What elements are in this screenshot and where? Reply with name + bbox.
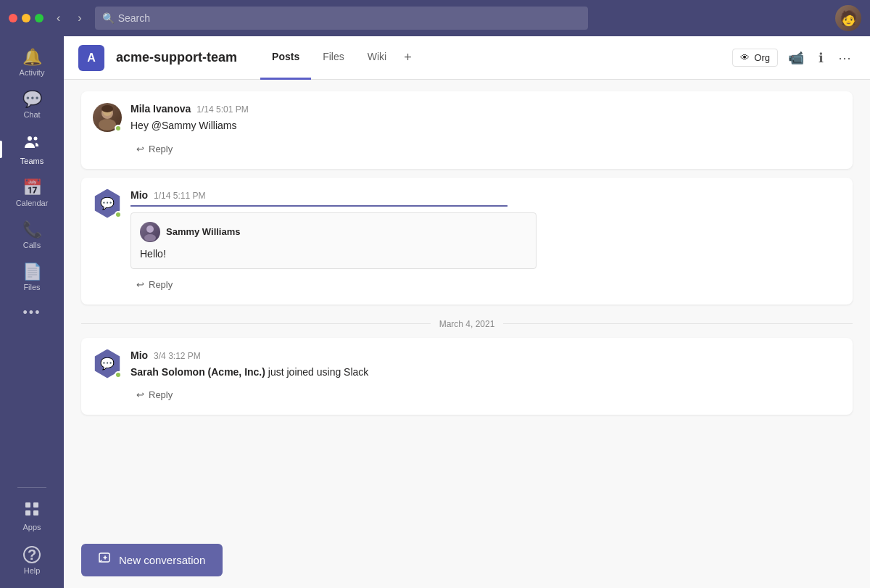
svg-point-9 (102, 105, 113, 112)
title-bar: ‹ › 🔍 🧑 (0, 0, 870, 36)
channel-tabs: Posts Files Wiki + (260, 36, 418, 80)
apps-icon (24, 501, 40, 520)
thread-content-1: Mila Ivanova 1/14 5:01 PM Hey @Sammy Wil… (130, 103, 841, 157)
forward-button[interactable]: › (73, 9, 86, 28)
sidebar-label-calendar: Calendar (16, 199, 49, 207)
message-text-1: Hey @Sammy Williams (130, 119, 841, 133)
sidebar-label-teams: Teams (20, 157, 44, 165)
sidebar-item-calls[interactable]: 📞 Calls (6, 215, 58, 257)
join-text: just joined using Slack (265, 366, 368, 378)
search-input[interactable] (95, 7, 588, 30)
svg-rect-4 (25, 510, 30, 515)
svg-rect-2 (25, 502, 30, 508)
avatar-mila (93, 103, 122, 132)
reply-icon-1: ↩ (136, 144, 144, 154)
thread-content-3: Mio 3/4 3:12 PM Sarah Solomon (Acme, Inc… (130, 349, 841, 404)
message-text-3: Sarah Solomon (Acme, Inc.) just joined u… (130, 365, 841, 380)
status-dot-mila (115, 125, 122, 132)
svg-point-11 (144, 234, 156, 241)
info-button[interactable]: ℹ (814, 46, 828, 70)
compose-area: New conversation (64, 535, 870, 588)
message-thread-2: 💬 Mio 1/14 5:11 PM (81, 178, 853, 305)
mio-chat-icon-1: 💬 (100, 196, 115, 210)
video-icon: 📹 (788, 51, 804, 65)
sidebar-item-apps[interactable]: Apps (6, 494, 58, 539)
svg-point-0 (28, 136, 32, 141)
main-layout: 🔔 Activity 💬 Chat Teams 📅 Calendar 📞 (0, 36, 870, 588)
sidebar-item-teams[interactable]: Teams (6, 126, 58, 173)
reply-button-2[interactable]: ↩ Reply (130, 276, 178, 293)
message-author-2: Mio (130, 189, 148, 201)
channel-name: acme-support-team (116, 50, 237, 65)
user-avatar-top[interactable]: 🧑 (835, 5, 861, 31)
calendar-icon: 📅 (22, 180, 42, 196)
help-icon: ? (23, 546, 41, 563)
message-meta-3: Mio 3/4 3:12 PM (130, 349, 841, 361)
more-actions-button[interactable]: ⋯ (834, 46, 856, 70)
quoted-card: Sammy Williams Hello! (130, 212, 536, 269)
sidebar-item-help[interactable]: ? Help (6, 539, 58, 582)
sidebar: 🔔 Activity 💬 Chat Teams 📅 Calendar 📞 (0, 36, 64, 588)
info-icon: ℹ (819, 51, 824, 65)
new-conversation-button[interactable]: New conversation (81, 544, 223, 576)
sidebar-label-files: Files (23, 283, 40, 291)
reply-button-1[interactable]: ↩ Reply (130, 141, 178, 157)
more-icon: ••• (23, 306, 41, 319)
files-icon: 📄 (22, 264, 42, 280)
sidebar-divider (17, 487, 46, 488)
reply-icon-2: ↩ (136, 279, 144, 290)
svg-point-1 (34, 137, 38, 141)
avatar-mio-1: 💬 (93, 189, 122, 218)
more-actions-icon: ⋯ (838, 51, 851, 65)
message-thread-3: 💬 Mio 3/4 3:12 PM Sarah Solomon (Acme, I… (81, 338, 853, 415)
svg-point-10 (146, 225, 154, 233)
reply-button-3[interactable]: ↩ Reply (130, 386, 178, 403)
sidebar-item-activity[interactable]: 🔔 Activity (6, 42, 58, 84)
org-icon: 👁 (740, 52, 750, 63)
channel-icon: A (78, 45, 104, 71)
sidebar-label-help: Help (24, 566, 41, 575)
date-divider: March 4, 2021 (81, 319, 853, 329)
bold-name: Sarah Solomon (Acme, Inc.) (130, 366, 265, 378)
calls-icon: 📞 (22, 222, 42, 238)
minimize-dot[interactable] (22, 14, 30, 22)
sidebar-label-activity: Activity (20, 68, 45, 77)
quoted-user: Sammy Williams (140, 222, 527, 242)
quoted-name: Sammy Williams (166, 226, 240, 237)
back-button[interactable]: ‹ (52, 9, 65, 28)
status-dot-mio-1 (115, 211, 122, 218)
channel-actions: 👁 Org 📹 ℹ ⋯ (732, 46, 856, 70)
sidebar-label-chat: Chat (23, 110, 40, 119)
thread-separator (130, 205, 508, 207)
quoted-text: Hello! (140, 248, 527, 260)
search-wrapper: 🔍 (95, 7, 588, 30)
message-time-2: 1/14 5:11 PM (154, 191, 205, 201)
message-time-3: 3/4 3:12 PM (154, 351, 201, 361)
maximize-dot[interactable] (35, 14, 44, 22)
activity-icon: 🔔 (22, 49, 42, 65)
sidebar-item-chat[interactable]: 💬 Chat (6, 84, 58, 126)
messages-area: Mila Ivanova 1/14 5:01 PM Hey @Sammy Wil… (64, 80, 870, 535)
sidebar-item-files[interactable]: 📄 Files (6, 257, 58, 299)
close-dot[interactable] (9, 14, 17, 22)
channel-header: A acme-support-team Posts Files Wiki + 👁… (64, 36, 870, 80)
mio-chat-icon-2: 💬 (100, 357, 115, 370)
org-button[interactable]: 👁 Org (732, 49, 778, 67)
svg-rect-5 (33, 510, 38, 515)
message-author-1: Mila Ivanova (130, 103, 191, 115)
sidebar-label-calls: Calls (23, 241, 41, 249)
svg-rect-3 (33, 502, 38, 508)
reply-icon-3: ↩ (136, 389, 144, 400)
tab-wiki[interactable]: Wiki (356, 36, 398, 80)
tab-files[interactable]: Files (311, 36, 356, 80)
status-dot-mio-2 (115, 371, 122, 378)
tab-posts[interactable]: Posts (260, 36, 311, 80)
content-area: A acme-support-team Posts Files Wiki + 👁… (64, 36, 870, 588)
message-time-1: 1/14 5:01 PM (196, 104, 248, 115)
message-thread-1: Mila Ivanova 1/14 5:01 PM Hey @Sammy Wil… (81, 91, 853, 169)
message-meta-1: Mila Ivanova 1/14 5:01 PM (130, 103, 841, 115)
add-tab-button[interactable]: + (398, 36, 418, 80)
sidebar-item-more[interactable]: ••• (6, 299, 58, 326)
sidebar-item-calendar[interactable]: 📅 Calendar (6, 173, 58, 215)
video-button[interactable]: 📹 (784, 46, 808, 70)
